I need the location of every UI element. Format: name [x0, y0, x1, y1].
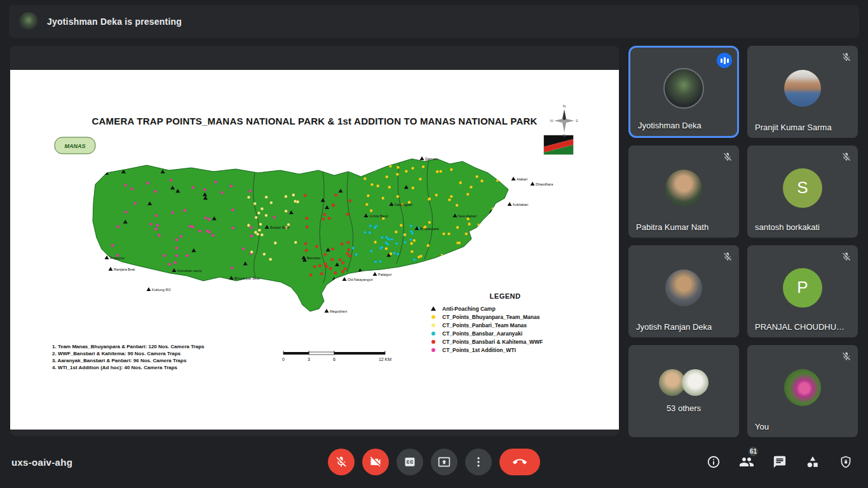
mic-off-icon — [841, 351, 851, 362]
participant-tile-4[interactable]: Jyotish Ranjan Deka — [628, 245, 739, 337]
legend-item-label: CT_Points_1st Addition_WTI — [442, 347, 516, 353]
svg-text:Kuklung RO: Kuklung RO — [152, 288, 171, 292]
participant-name: PRANJAL CHOUDHU… — [755, 322, 844, 332]
camera-button[interactable] — [362, 449, 389, 475]
legend-title: LEGEND — [430, 292, 581, 300]
svg-text:Daimari: Daimari — [425, 157, 437, 161]
svg-text:6: 6 — [333, 357, 336, 362]
participant-name: Pranjit Kumar Sarma — [755, 123, 832, 132]
logo-forest-dept — [544, 135, 573, 154]
legend-item: CT_Points_Panbari_Team Manas — [430, 321, 581, 329]
more-options-button[interactable] — [465, 449, 492, 475]
svg-text:W: W — [550, 119, 553, 123]
avatar — [682, 369, 709, 396]
participant-tile-5[interactable]: PPRANJAL CHOUDHU… — [747, 245, 858, 337]
camp-triangle-icon — [431, 306, 436, 311]
present-button[interactable] — [431, 449, 458, 475]
participant-count-badge: 61 — [747, 445, 759, 458]
avatar-photo — [665, 170, 702, 207]
info-icon — [707, 455, 721, 469]
mic-off-icon — [722, 252, 733, 262]
legend-item: CT_Points_1st Addition_WTI — [430, 346, 581, 354]
svg-text:12 KM: 12 KM — [379, 357, 391, 362]
legend-item: CT_Points_Bhuyanpara_Team_Manas — [430, 313, 581, 321]
svg-text:3: 3 — [308, 357, 310, 362]
svg-text:Old Natayanguri: Old Natayanguri — [348, 278, 373, 281]
presenting-banner: Jyotishman Deka is presenting — [9, 5, 859, 38]
participant-name: Jyotish Ranjan Deka — [636, 322, 712, 332]
participant-tile-1[interactable]: Pranjit Kumar Sarma — [747, 46, 858, 138]
participant-name: Jyotishman Deka — [638, 121, 702, 130]
participant-tile-0[interactable]: Jyotishman Deka — [628, 46, 739, 138]
mic-off-icon — [841, 252, 851, 262]
svg-text:Komubari camp: Komubari camp — [177, 269, 202, 273]
presenter-avatar — [19, 12, 38, 31]
participant-name: You — [755, 422, 769, 431]
legend-items: Anti-Poaching CampCT_Points_Bhuyanpara_T… — [430, 304, 581, 354]
presenting-text: Jyotishman Deka is presenting — [47, 17, 182, 27]
participant-name: santosh borkakati — [755, 222, 820, 232]
legend-item-label: Anti-Poaching Camp — [442, 306, 496, 312]
svg-text:Magurjhani: Magurjhani — [330, 309, 347, 313]
presentation-slide: CAMERA TRAP POINTS_MANAS NATIONAL PARK &… — [10, 70, 619, 430]
presentation-stage[interactable]: CAMERA TRAP POINTS_MANAS NATIONAL PARK &… — [10, 46, 619, 436]
svg-text:Bhuyanpara: Bhuyanpara — [420, 227, 440, 231]
legend-item-label: CT_Points_Panbari_Team Manas — [442, 322, 527, 329]
more-options-icon — [472, 456, 485, 468]
meeting-details-button[interactable] — [705, 454, 722, 470]
map-legend: LEGEND Anti-Poaching CampCT_Points_Bhuya… — [430, 292, 581, 354]
ct-point-dot-icon — [431, 348, 435, 352]
svg-text:Palaiguri: Palaiguri — [378, 273, 391, 276]
svg-text:Alabari: Alabari — [517, 177, 527, 181]
captions-icon — [403, 456, 416, 468]
note-line: 4. WTI_1st Addition (Ad hoc): 40 Nos. Ca… — [52, 364, 205, 371]
note-line: 1. Team Manas_Bhuyanpara & Panbari: 120 … — [52, 343, 205, 350]
note-line: 3. Aaranyak_Bansbari & Panbari: 96 Nos. … — [52, 357, 205, 364]
svg-text:Ragejora: Ragejora — [110, 256, 125, 260]
participants-grid: Jyotishman DekaPranjit Kumar SarmaPabitr… — [628, 46, 858, 437]
mic-off-icon — [841, 152, 851, 162]
compass-icon: N S E W — [550, 104, 578, 137]
map-notes: 1. Team Manas_Bhuyanpara & Panbari: 120 … — [52, 343, 205, 371]
participant-name: Pabitra Kumar Nath — [636, 222, 709, 232]
end-call-button[interactable] — [499, 449, 540, 475]
captions-button[interactable] — [397, 449, 423, 475]
chat-icon — [773, 455, 787, 469]
bottom-bar: uxs-oaiv-ahg 61 — [0, 436, 868, 488]
svg-text:E: E — [576, 119, 578, 123]
avatar-photo — [784, 70, 821, 107]
presenting-indicator-icon — [717, 53, 732, 68]
ct-point-dot-icon — [431, 340, 435, 344]
svg-text:0: 0 — [282, 357, 285, 362]
svg-text:Betbari Beat: Betbari Beat — [270, 226, 290, 229]
avatar-photo — [665, 269, 702, 306]
others-avatars — [659, 369, 709, 396]
avatar-photo — [784, 369, 821, 406]
mic-button[interactable] — [328, 449, 355, 475]
legend-item-label: CT_Points_Bansbari & Kahitema_WWF — [442, 339, 543, 345]
svg-text:MANAS: MANAS — [65, 143, 86, 149]
legend-item: CT_Points_Bansbar_Aaranyaki — [430, 329, 581, 337]
svg-text:Kokilabari: Kokilabari — [513, 203, 528, 207]
participant-tile-6[interactable]: 53 others — [628, 345, 739, 437]
svg-text:Dhaodhara: Dhaodhara — [536, 182, 553, 186]
participant-tile-7[interactable]: You — [747, 345, 858, 437]
chat-button[interactable] — [771, 454, 788, 470]
panel-buttons: 61 — [705, 454, 854, 470]
people-button[interactable]: 61 — [738, 454, 755, 470]
map-svg: MANAS N S E W — [10, 70, 619, 430]
participant-tile-3[interactable]: Ssantosh borkakati — [747, 146, 858, 238]
host-controls-button[interactable] — [837, 454, 854, 470]
ct-point-dot-icon — [431, 315, 435, 319]
mic-off-icon — [841, 52, 851, 62]
avatar-initial: P — [783, 268, 822, 308]
ct-point-dot-icon — [431, 332, 435, 336]
end-call-icon — [513, 455, 527, 469]
note-line: 2. WWF_Bansbari & Kahitema: 90 Nos. Came… — [52, 350, 205, 357]
svg-text:New Alabari: New Alabari — [458, 214, 477, 218]
participant-tile-2[interactable]: Pabitra Kumar Nath — [628, 146, 739, 238]
avatar-initial: S — [783, 168, 822, 208]
activities-button[interactable] — [804, 454, 821, 470]
camera-off-icon — [369, 456, 382, 468]
host-controls-shield-icon — [839, 455, 853, 469]
